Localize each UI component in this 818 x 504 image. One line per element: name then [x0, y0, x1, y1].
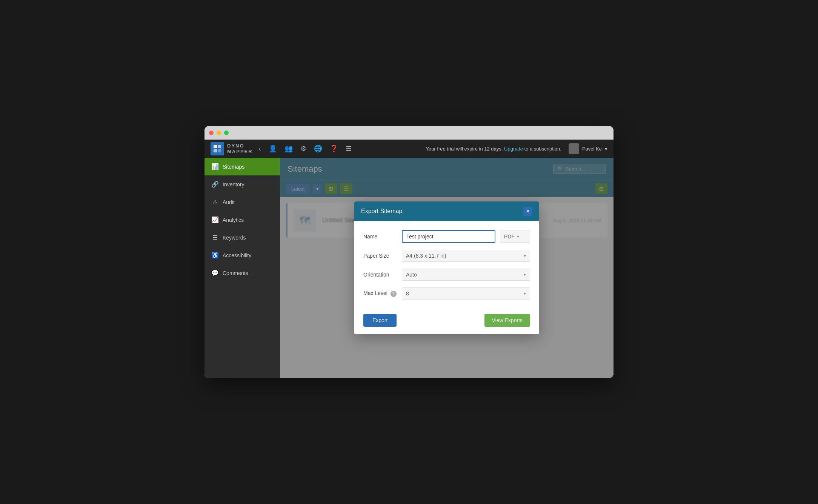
sidebar-item-sitemaps[interactable]: 📊 Sitemaps [204, 158, 280, 175]
paper-size-select[interactable]: A4 (8.3 x 11.7 in) ▾ [402, 250, 530, 262]
svg-rect-1 [218, 145, 221, 148]
sidebar-item-analytics[interactable]: 📈 Analytics [204, 211, 280, 229]
chevron-down-icon: ▾ [605, 146, 607, 152]
max-level-value: 8 [406, 290, 409, 297]
sidebar-collapse-button[interactable]: ‹ [256, 143, 264, 154]
sidebar-label-keywords: Keywords [223, 235, 246, 241]
sidebar-item-accessibility[interactable]: ♿ Accessibility [204, 246, 280, 264]
browser-dot-red[interactable] [209, 131, 214, 135]
comments-icon: 💬 [211, 269, 219, 277]
browser-chrome [204, 126, 614, 140]
sidebar-item-inventory[interactable]: 🔗 Inventory [204, 175, 280, 193]
sidebar-item-audit[interactable]: ⚠ Audit [204, 193, 280, 211]
paper-size-arrow: ▾ [524, 253, 526, 258]
nav-user[interactable]: Pavel Ke ▾ [569, 143, 607, 154]
help-icon[interactable]: ❓ [330, 144, 338, 153]
sidebar-label-inventory: Inventory [223, 181, 244, 187]
top-nav: DYNOMAPPER ‹ 👤 👥 ⚙ 🌐 ❓ ☰ Your free trial… [204, 140, 614, 158]
export-modal: Export Sitemap × Name PDF ▾ [354, 201, 539, 334]
modal-close-button[interactable]: × [523, 207, 532, 216]
audit-icon: ⚠ [211, 198, 219, 206]
orientation-arrow: ▾ [524, 272, 526, 277]
sidebar-label-comments: Comments [223, 270, 248, 276]
sidebar-label-analytics: Analytics [223, 217, 244, 223]
paper-size-row: Paper Size A4 (8.3 x 11.7 in) ▾ [363, 250, 530, 262]
modal-header: Export Sitemap × [354, 201, 539, 221]
user-icon[interactable]: 👤 [269, 144, 277, 153]
logo-area: DYNOMAPPER [211, 142, 253, 155]
max-level-help-icon[interactable]: ? [391, 291, 397, 297]
nav-icons: 👤 👥 ⚙ 🌐 ❓ ☰ [269, 144, 419, 153]
app-container: DYNOMAPPER ‹ 👤 👥 ⚙ 🌐 ❓ ☰ Your free trial… [204, 140, 614, 378]
svg-rect-2 [214, 149, 217, 152]
sidebar-label-accessibility: Accessibility [223, 252, 251, 258]
logo-icon [211, 142, 224, 155]
max-level-row: Max Level ? 8 ▾ [363, 287, 530, 300]
max-level-arrow: ▾ [524, 291, 526, 296]
sitemaps-icon: 📊 [211, 163, 219, 170]
paper-size-label: Paper Size [363, 253, 397, 259]
browser-dot-green[interactable] [224, 131, 229, 135]
trial-message: Your free trial will expire in 12 days. … [418, 146, 569, 152]
sidebar-item-comments[interactable]: 💬 Comments [204, 264, 280, 282]
browser-window: DYNOMAPPER ‹ 👤 👥 ⚙ 🌐 ❓ ☰ Your free trial… [204, 126, 614, 378]
export-button[interactable]: Export [363, 314, 397, 327]
name-input[interactable] [402, 230, 495, 243]
name-row: Name PDF ▾ [363, 230, 530, 243]
avatar [569, 143, 579, 154]
view-exports-button[interactable]: View Exports [484, 314, 530, 327]
name-label: Name [363, 234, 397, 240]
svg-rect-3 [218, 149, 221, 152]
sidebar-label-audit: Audit [223, 199, 235, 205]
user-add-icon[interactable]: 👥 [284, 144, 293, 153]
modal-title: Export Sitemap [361, 208, 402, 215]
orientation-select[interactable]: Auto ▾ [402, 269, 530, 281]
inventory-icon: 🔗 [211, 181, 219, 188]
sidebar-item-keywords[interactable]: ☰ Keywords [204, 229, 280, 246]
orientation-value: Auto [406, 272, 417, 278]
type-dropdown-arrow: ▾ [517, 234, 519, 239]
keywords-icon: ☰ [211, 234, 219, 241]
accessibility-icon: ♿ [211, 252, 219, 259]
globe-icon[interactable]: 🌐 [314, 144, 322, 153]
type-select[interactable]: PDF ▾ [500, 230, 530, 243]
max-level-select[interactable]: 8 ▾ [402, 287, 530, 300]
modal-body: Name PDF ▾ Paper Size [354, 221, 539, 314]
paper-size-value: A4 (8.3 x 11.7 in) [406, 253, 446, 259]
menu-icon[interactable]: ☰ [346, 144, 352, 153]
upgrade-link[interactable]: Upgrade [504, 146, 523, 152]
user-name: Pavel Ke [582, 146, 602, 152]
sidebar: 📊 Sitemaps 🔗 Inventory ⚠ Audit 📈 Analyti… [204, 158, 280, 378]
orientation-label: Orientation [363, 272, 397, 278]
main-layout: 📊 Sitemaps 🔗 Inventory ⚠ Audit 📈 Analyti… [204, 158, 614, 378]
type-label: PDF [504, 234, 515, 240]
svg-rect-0 [214, 145, 217, 148]
browser-dot-yellow[interactable] [217, 131, 221, 135]
logo-text: DYNOMAPPER [227, 143, 253, 154]
modal-overlay[interactable]: Export Sitemap × Name PDF ▾ [280, 158, 614, 378]
modal-footer: Export View Exports [354, 314, 539, 334]
sidebar-label-sitemaps: Sitemaps [223, 164, 244, 170]
content-area: Sitemaps 🔍 Search... Latest ▾ ⊞ ☰ ⊟ [280, 158, 614, 378]
gear-icon[interactable]: ⚙ [300, 144, 306, 153]
analytics-icon: 📈 [211, 216, 219, 223]
orientation-row: Orientation Auto ▾ [363, 269, 530, 281]
max-level-label: Max Level ? [363, 290, 397, 297]
